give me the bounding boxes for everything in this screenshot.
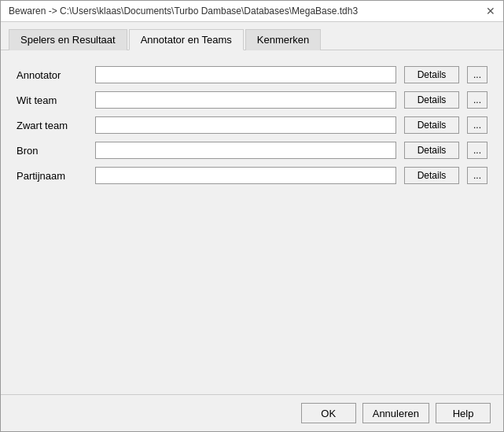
form-content: Annotator Details ... Wit team Details .… (1, 50, 503, 394)
dots-button-partijnaam[interactable]: ... (467, 167, 487, 184)
dots-button-wit-team[interactable]: ... (467, 91, 487, 109)
label-zwart-team: Zwart team (17, 120, 87, 131)
annuleren-button[interactable]: Annuleren (362, 403, 429, 423)
dots-button-annotator[interactable]: ... (467, 66, 487, 83)
label-bron: Bron (17, 145, 87, 157)
help-button[interactable]: Help (436, 403, 491, 423)
row-wit-team: Wit team Details ... (17, 91, 487, 109)
tab-kenmerken[interactable]: Kenmerken (245, 29, 321, 50)
label-wit-team: Wit team (17, 94, 87, 106)
row-partijnaam: Partijnaam Details ... (17, 167, 487, 184)
title-bar-text: Bewaren -> C:\Users\klaas\Documents\Turb… (9, 6, 358, 17)
input-bron[interactable] (95, 142, 396, 159)
input-zwart-team[interactable] (95, 116, 396, 134)
details-button-wit-team[interactable]: Details (404, 91, 459, 109)
input-partijnaam[interactable] (95, 167, 396, 184)
tab-spelers[interactable]: Spelers en Resultaat (9, 29, 127, 50)
label-partijnaam: Partijnaam (17, 170, 87, 182)
footer: OK Annuleren Help (1, 394, 503, 431)
ok-button[interactable]: OK (301, 403, 356, 423)
tab-annotator[interactable]: Annotator en Teams (129, 29, 244, 50)
row-annotator: Annotator Details ... (17, 66, 487, 83)
tab-bar: Spelers en Resultaat Annotator en Teams … (1, 22, 503, 50)
details-button-zwart-team[interactable]: Details (404, 116, 459, 134)
details-button-bron[interactable]: Details (404, 142, 459, 159)
details-button-annotator[interactable]: Details (404, 66, 459, 83)
row-bron: Bron Details ... (17, 142, 487, 159)
input-annotator[interactable] (95, 66, 396, 83)
close-button[interactable]: ✕ (486, 6, 495, 17)
row-zwart-team: Zwart team Details ... (17, 116, 487, 134)
title-bar: Bewaren -> C:\Users\klaas\Documents\Turb… (1, 1, 503, 22)
label-annotator: Annotator (17, 69, 87, 81)
form-rows: Annotator Details ... Wit team Details .… (17, 66, 487, 184)
dots-button-zwart-team[interactable]: ... (467, 116, 487, 134)
details-button-partijnaam[interactable]: Details (404, 167, 459, 184)
main-window: Bewaren -> C:\Users\klaas\Documents\Turb… (0, 0, 504, 432)
input-wit-team[interactable] (95, 91, 396, 109)
dots-button-bron[interactable]: ... (467, 142, 487, 159)
